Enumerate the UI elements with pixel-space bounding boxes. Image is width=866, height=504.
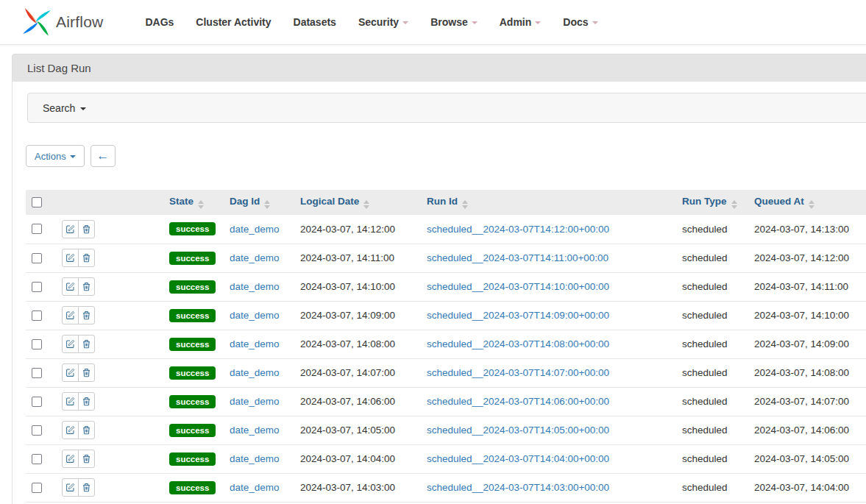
- delete-record-button[interactable]: [78, 392, 95, 411]
- row-select-checkbox[interactable]: [32, 454, 42, 464]
- run-type-cell: scheduled: [676, 387, 748, 416]
- actions-column-header: [56, 190, 163, 215]
- sort-icon[interactable]: [264, 200, 270, 209]
- edit-record-button[interactable]: [62, 277, 79, 296]
- edit-record-button[interactable]: [62, 249, 79, 267]
- table-row: success date_demo 2024-03-07, 14:07:00 s…: [26, 358, 866, 387]
- edit-record-button[interactable]: [62, 363, 79, 382]
- edit-record-button[interactable]: [62, 478, 79, 497]
- dag-id-link[interactable]: date_demo: [230, 482, 280, 493]
- edit-record-button[interactable]: [62, 450, 79, 468]
- chevron-down-icon: [402, 21, 408, 24]
- sort-icon[interactable]: [198, 200, 204, 209]
- sort-icon[interactable]: [731, 200, 737, 209]
- nav-item-docs[interactable]: Docs: [552, 9, 608, 35]
- run-id-link[interactable]: scheduled__2024-03-07T14:10:00+00:00: [427, 281, 609, 292]
- dag-id-link[interactable]: date_demo: [230, 252, 280, 263]
- sort-icon[interactable]: [809, 200, 814, 209]
- trash-icon: [82, 339, 91, 349]
- dag-id-link[interactable]: date_demo: [230, 224, 280, 235]
- run-type-cell: scheduled: [676, 358, 748, 387]
- sort-icon[interactable]: [462, 200, 468, 209]
- run-id-link[interactable]: scheduled__2024-03-07T14:04:00+00:00: [427, 453, 609, 464]
- row-actions: [62, 421, 95, 439]
- dag-id-link[interactable]: date_demo: [230, 281, 280, 292]
- run-id-link[interactable]: scheduled__2024-03-07T14:07:00+00:00: [427, 367, 609, 378]
- nav-item-browse[interactable]: Browse: [419, 9, 489, 35]
- run-id-link[interactable]: scheduled__2024-03-07T14:09:00+00:00: [427, 310, 609, 321]
- row-select-checkbox[interactable]: [32, 339, 42, 349]
- column-header-run-type[interactable]: Run Type: [676, 190, 748, 215]
- delete-record-button[interactable]: [78, 478, 95, 497]
- status-badge: success: [169, 395, 216, 408]
- edit-record-button[interactable]: [62, 392, 79, 411]
- delete-record-button[interactable]: [78, 450, 95, 468]
- run-id-link[interactable]: scheduled__2024-03-07T14:08:00+00:00: [427, 338, 609, 349]
- column-header-state[interactable]: State: [163, 190, 224, 215]
- row-select-checkbox[interactable]: [32, 483, 42, 493]
- dag-id-link[interactable]: date_demo: [230, 367, 280, 378]
- edit-record-button[interactable]: [62, 220, 79, 238]
- delete-record-button[interactable]: [78, 249, 95, 267]
- delete-record-button[interactable]: [78, 306, 95, 324]
- edit-icon: [65, 425, 75, 435]
- run-id-link[interactable]: scheduled__2024-03-07T14:11:00+00:00: [427, 252, 608, 263]
- logical-date-cell: 2024-03-07, 14:12:00: [294, 215, 421, 244]
- edit-record-button[interactable]: [62, 306, 79, 324]
- airflow-brand[interactable]: Airflow: [22, 7, 103, 37]
- queued-at-cell: 2024-03-07, 14:08:00: [748, 358, 866, 387]
- nav-item-admin[interactable]: Admin: [489, 9, 553, 35]
- search-dropdown[interactable]: Search: [27, 93, 866, 123]
- run-type-cell: scheduled: [676, 330, 748, 358]
- column-header-dag-id[interactable]: Dag Id: [224, 190, 294, 215]
- row-select-checkbox[interactable]: [32, 425, 42, 436]
- delete-record-button[interactable]: [78, 335, 95, 353]
- dag-id-link[interactable]: date_demo: [230, 453, 280, 464]
- table-row: success date_demo 2024-03-07, 14:08:00 s…: [26, 330, 866, 358]
- row-select-checkbox[interactable]: [32, 397, 42, 407]
- toolbar: Actions ←: [26, 145, 866, 167]
- delete-record-button[interactable]: [78, 363, 95, 382]
- edit-record-button[interactable]: [62, 421, 79, 439]
- row-actions: [62, 363, 95, 382]
- delete-record-button[interactable]: [78, 421, 95, 439]
- row-select-checkbox[interactable]: [32, 368, 42, 378]
- chevron-down-icon: [592, 21, 598, 24]
- edit-icon: [65, 282, 75, 291]
- delete-record-button[interactable]: [78, 220, 95, 238]
- dag-id-link[interactable]: date_demo: [230, 310, 280, 321]
- nav-item-cluster-activity[interactable]: Cluster Activity: [185, 9, 282, 35]
- status-badge: success: [169, 252, 216, 265]
- dag-id-link[interactable]: date_demo: [230, 338, 280, 349]
- row-select-checkbox[interactable]: [32, 310, 42, 321]
- dag-id-link[interactable]: date_demo: [230, 425, 280, 436]
- nav-item-security[interactable]: Security: [347, 9, 419, 35]
- column-header-logical-date[interactable]: Logical Date: [294, 190, 421, 215]
- nav-item-datasets[interactable]: Datasets: [283, 9, 347, 35]
- column-header-queued-at[interactable]: Queued At: [748, 190, 866, 215]
- row-actions: [62, 478, 95, 497]
- row-select-checkbox[interactable]: [32, 282, 42, 292]
- row-select-checkbox[interactable]: [32, 253, 42, 263]
- row-actions: [62, 277, 95, 296]
- select-all-checkbox[interactable]: [32, 197, 42, 207]
- dag-run-table: State Dag Id Logical Date Run Id Run Typ…: [26, 190, 866, 503]
- back-button[interactable]: ←: [90, 145, 116, 167]
- run-id-link[interactable]: scheduled__2024-03-07T14:05:00+00:00: [427, 425, 609, 436]
- row-actions: [62, 392, 95, 411]
- trash-icon: [82, 253, 91, 263]
- column-header-run-id[interactable]: Run Id: [421, 190, 676, 215]
- nav-item-dags[interactable]: DAGs: [134, 9, 185, 35]
- brand-name: Airflow: [56, 13, 103, 31]
- logical-date-cell: 2024-03-07, 14:11:00: [294, 244, 421, 272]
- edit-record-button[interactable]: [62, 335, 79, 353]
- sort-icon[interactable]: [363, 200, 369, 209]
- actions-dropdown-button[interactable]: Actions: [26, 145, 85, 167]
- queued-at-cell: 2024-03-07, 14:07:00: [748, 387, 866, 416]
- run-id-link[interactable]: scheduled__2024-03-07T14:06:00+00:00: [427, 396, 609, 407]
- run-id-link[interactable]: scheduled__2024-03-07T14:03:00+00:00: [427, 482, 609, 493]
- dag-id-link[interactable]: date_demo: [230, 396, 280, 407]
- row-select-checkbox[interactable]: [32, 224, 42, 234]
- run-id-link[interactable]: scheduled__2024-03-07T14:12:00+00:00: [427, 224, 609, 235]
- delete-record-button[interactable]: [78, 277, 95, 296]
